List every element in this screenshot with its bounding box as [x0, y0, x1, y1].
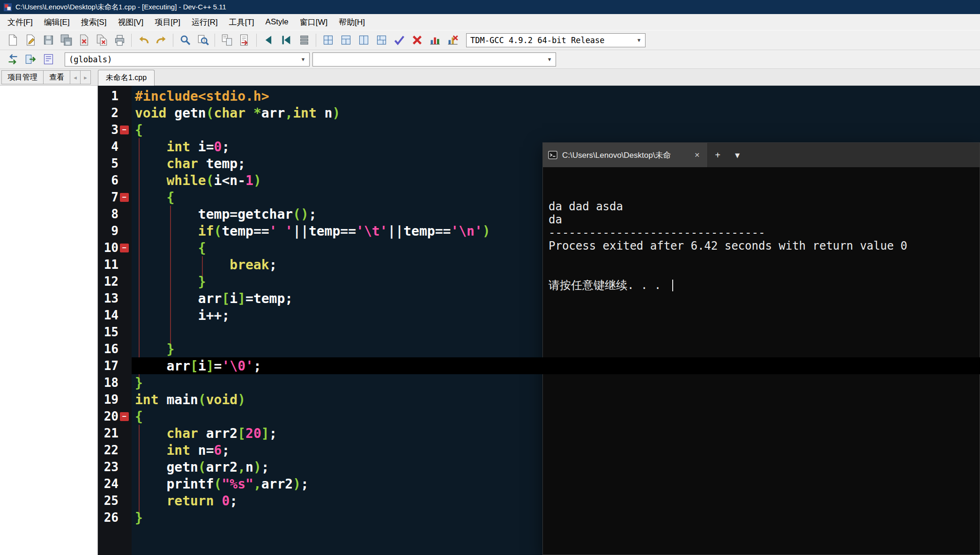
code-line[interactable]: 26} — [98, 509, 980, 526]
main-toolbar: TDM-GCC 4.9.2 64-bit Release ▾ — [0, 30, 980, 50]
menu-item[interactable]: AStyle — [260, 15, 294, 29]
code-line[interactable]: 14 i++; — [98, 307, 980, 324]
undo-button[interactable] — [134, 32, 152, 49]
code-line[interactable]: 19int main(void) — [98, 391, 980, 408]
tabs-scroll-right-button[interactable]: ▸ — [81, 70, 91, 84]
code-line[interactable]: 18} — [98, 374, 980, 391]
members-select[interactable]: ▾ — [312, 52, 556, 67]
code-line[interactable]: 21 char arr2[20]; — [98, 425, 980, 442]
gutter-cell: 25 — [98, 492, 132, 509]
chevron-down-icon: ▾ — [635, 36, 643, 45]
gutter-cell: 24 — [98, 475, 132, 492]
toolbar-separator — [316, 34, 316, 47]
compiler-select[interactable]: TDM-GCC 4.9.2 64-bit Release ▾ — [466, 33, 646, 47]
menu-item[interactable]: 编辑[E] — [38, 15, 75, 30]
code-line[interactable]: 23 getn(arr2,n); — [98, 459, 980, 475]
tab-project-manager[interactable]: 项目管理 — [1, 70, 44, 84]
save-all-button[interactable] — [57, 32, 75, 49]
project-options-button[interactable] — [372, 32, 390, 49]
window-titlebar[interactable]: C:\Users\Lenovo\Desktop\未命名1.cpp - [Exec… — [0, 0, 980, 14]
code-line[interactable]: 6 while(i<n-1) — [98, 172, 980, 189]
line-number: 24 — [98, 477, 119, 491]
bookmark-button[interactable] — [39, 51, 57, 68]
project-panel — [0, 86, 98, 555]
menu-item[interactable]: 工具[T] — [223, 15, 260, 30]
close-file-button[interactable] — [75, 32, 93, 49]
fold-marker[interactable]: − — [120, 244, 129, 252]
find-in-files-icon — [197, 34, 209, 46]
abort-icon — [298, 34, 311, 46]
code-line[interactable]: 7− { — [98, 189, 980, 206]
find-button[interactable] — [176, 32, 194, 49]
bar-chart-delete-icon — [446, 34, 459, 46]
code-text: arr[i]=temp; — [132, 290, 980, 307]
menu-item[interactable]: 窗口[W] — [294, 15, 334, 30]
tab-view-label: 查看 — [49, 73, 64, 82]
chevron-down-icon: ▾ — [299, 55, 307, 64]
menu-item[interactable]: 文件[F] — [2, 15, 38, 30]
code-line[interactable]: 3−{ — [98, 121, 980, 138]
syntax-check-button[interactable] — [390, 32, 408, 49]
code-line[interactable]: 15 — [98, 324, 980, 340]
code-line[interactable]: 1#include<stdio.h> — [98, 88, 980, 104]
find-in-files-button[interactable] — [194, 32, 212, 49]
abort-button[interactable] — [295, 32, 313, 49]
code-line[interactable]: 10− { — [98, 239, 980, 256]
add-to-project-button[interactable] — [337, 32, 355, 49]
tab-view[interactable]: 查看 — [44, 70, 70, 84]
globals-select[interactable]: (globals) ▾ — [65, 52, 310, 67]
code-line[interactable]: 24 printf("%s",arr2); — [98, 475, 980, 492]
code-line[interactable]: 2void getn(char *arr,int n) — [98, 104, 980, 121]
profile-button[interactable] — [426, 32, 444, 49]
fold-marker[interactable]: − — [120, 412, 129, 421]
print-button[interactable] — [111, 32, 128, 49]
editor-rows: 1#include<stdio.h>2void getn(char *arr,i… — [98, 86, 980, 526]
fold-marker[interactable]: − — [120, 193, 129, 202]
code-line[interactable]: 9 if(temp==' '||temp=='\t'||temp=='\n') — [98, 222, 980, 239]
back-button[interactable] — [260, 32, 277, 49]
goto-function-button[interactable] — [22, 51, 39, 68]
code-line[interactable]: 17 arr[i]='\0'; — [98, 357, 980, 374]
code-line[interactable]: 13 arr[i]=temp; — [98, 290, 980, 307]
code-line[interactable]: 5 char temp; — [98, 155, 980, 172]
code-line[interactable]: 16 } — [98, 340, 980, 357]
tabs-scroll-left-button[interactable]: ◂ — [70, 70, 81, 84]
fold-marker[interactable]: − — [120, 126, 129, 134]
window-split-icon — [357, 34, 370, 46]
new-project-button[interactable] — [319, 32, 337, 49]
remove-from-project-button[interactable] — [355, 32, 372, 49]
editor-tab[interactable]: 未命名1.cpp — [98, 70, 155, 86]
code-editor[interactable]: 1#include<stdio.h>2void getn(char *arr,i… — [98, 86, 980, 555]
open-file-icon — [24, 34, 37, 46]
code-text: char arr2[20]; — [132, 425, 980, 442]
save-button[interactable] — [39, 32, 57, 49]
code-text: void getn(char *arr,int n) — [132, 104, 980, 121]
gutter-cell: 23 — [98, 459, 132, 475]
menu-item[interactable]: 项目[P] — [149, 15, 186, 30]
compiler-select-value: TDM-GCC 4.9.2 64-bit Release — [470, 36, 605, 45]
code-line[interactable]: 22 int n=6; — [98, 442, 980, 459]
code-line[interactable]: 8 temp=getchar(); — [98, 206, 980, 222]
line-number: 1 — [98, 89, 119, 103]
menu-item[interactable]: 搜索[S] — [75, 15, 112, 30]
swap-header-source-button[interactable] — [4, 51, 22, 68]
delete-profiling-button[interactable] — [444, 32, 461, 49]
forward-button[interactable] — [277, 32, 295, 49]
stop-execution-button[interactable] — [408, 32, 426, 49]
code-line[interactable]: 25 return 0; — [98, 492, 980, 509]
menu-item[interactable]: 帮助[H] — [333, 15, 371, 30]
code-line[interactable]: 12 } — [98, 273, 980, 290]
close-all-button[interactable] — [93, 32, 111, 49]
code-line[interactable]: 4 int i=0; — [98, 138, 980, 155]
new-file-button[interactable] — [4, 32, 22, 49]
code-line[interactable]: 20−{ — [98, 408, 980, 425]
menu-item[interactable]: 运行[R] — [186, 15, 223, 30]
replace-button[interactable] — [218, 32, 236, 49]
menu-item[interactable]: 视图[V] — [112, 15, 149, 30]
line-number: 22 — [98, 443, 119, 457]
open-file-button[interactable] — [22, 32, 39, 49]
code-line[interactable]: 11 break; — [98, 256, 980, 273]
goto-line-button[interactable] — [236, 32, 253, 49]
tab-project-manager-label: 项目管理 — [7, 73, 37, 82]
redo-button[interactable] — [152, 32, 170, 49]
